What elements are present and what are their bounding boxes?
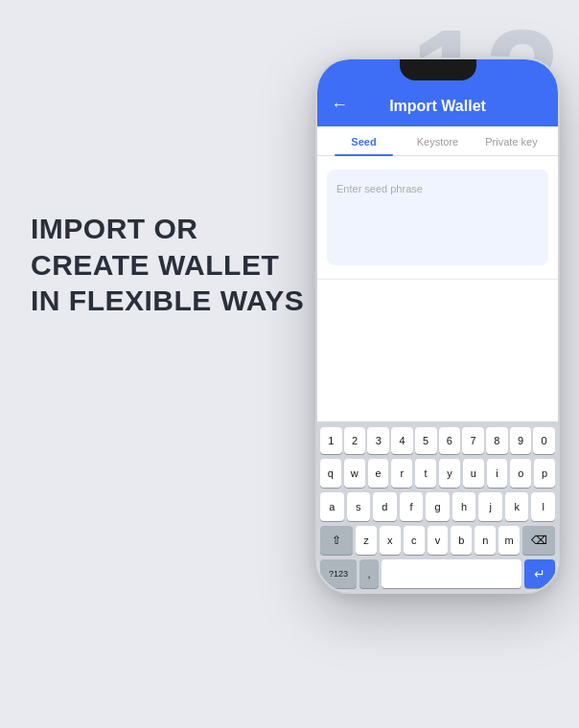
key-5[interactable]: 5	[415, 427, 437, 454]
keyboard-number-row: 1 2 3 4 5 6 7 8 9 0	[320, 427, 555, 454]
key-c[interactable]: c	[404, 526, 425, 555]
key-z[interactable]: z	[356, 526, 377, 555]
key-symbols[interactable]: ?123	[320, 559, 357, 588]
key-g[interactable]: g	[426, 492, 450, 521]
header-title: Import Wallet	[329, 98, 546, 115]
marketing-line3: IN FLEXIBLE WAYS	[31, 283, 304, 319]
key-9[interactable]: 9	[510, 427, 532, 454]
key-p[interactable]: p	[534, 459, 555, 488]
key-t[interactable]: t	[415, 459, 436, 488]
key-8[interactable]: 8	[486, 427, 508, 454]
key-f[interactable]: f	[400, 492, 424, 521]
key-j[interactable]: j	[478, 492, 502, 521]
key-u[interactable]: u	[463, 459, 484, 488]
back-button[interactable]: ←	[331, 95, 348, 115]
key-1[interactable]: 1	[320, 427, 342, 454]
key-b[interactable]: b	[451, 526, 472, 555]
tab-private-key[interactable]: Private key	[475, 126, 548, 155]
phone-screen: ← Import Wallet Seed Keystore Private ke…	[315, 57, 560, 594]
key-l[interactable]: l	[531, 492, 555, 521]
key-y[interactable]: y	[439, 459, 460, 488]
phone-mockup: ← Import Wallet Seed Keystore Private ke…	[315, 57, 560, 613]
keyboard-row3: ⇧ z x c v b n m ⌫	[320, 526, 555, 555]
key-w[interactable]: w	[344, 459, 365, 488]
backspace-key[interactable]: ⌫	[522, 526, 555, 555]
key-h[interactable]: h	[452, 492, 476, 521]
seed-phrase-area[interactable]: Enter seed phrase	[327, 170, 548, 265]
marketing-line2: CREATE WALLET	[31, 247, 304, 284]
key-7[interactable]: 7	[462, 427, 484, 454]
key-e[interactable]: e	[368, 459, 389, 488]
tab-bar: Seed Keystore Private key	[317, 126, 558, 156]
seed-placeholder: Enter seed phrase	[336, 183, 423, 194]
key-2[interactable]: 2	[344, 427, 366, 454]
key-d[interactable]: d	[373, 492, 397, 521]
phone-notch	[400, 59, 476, 80]
key-i[interactable]: i	[487, 459, 508, 488]
key-6[interactable]: 6	[439, 427, 461, 454]
keyboard-bottom-row: ?123 , ↵	[320, 559, 555, 588]
tab-seed[interactable]: Seed	[327, 126, 401, 155]
key-m[interactable]: m	[498, 526, 520, 555]
key-o[interactable]: o	[510, 459, 531, 488]
app-content: Seed Keystore Private key Enter seed phr…	[317, 126, 558, 592]
content-divider	[317, 279, 558, 280]
keyboard-row2: a s d f g h j k l	[320, 492, 555, 521]
key-a[interactable]: a	[320, 492, 344, 521]
key-r[interactable]: r	[391, 459, 412, 488]
key-k[interactable]: k	[505, 492, 529, 521]
key-0[interactable]: 0	[533, 427, 555, 454]
key-comma[interactable]: ,	[359, 559, 379, 588]
key-n[interactable]: n	[475, 526, 496, 555]
key-space[interactable]	[382, 559, 521, 588]
key-x[interactable]: x	[380, 526, 401, 555]
left-marketing-text: IMPORT OR CREATE WALLET IN FLEXIBLE WAYS	[31, 211, 304, 319]
keyboard: 1 2 3 4 5 6 7 8 9 0 q w e r t	[317, 421, 558, 592]
key-s[interactable]: s	[347, 492, 371, 521]
marketing-line1: IMPORT OR	[31, 211, 304, 247]
key-enter[interactable]: ↵	[524, 559, 555, 588]
key-4[interactable]: 4	[391, 427, 413, 454]
key-3[interactable]: 3	[367, 427, 389, 454]
tab-keystore[interactable]: Keystore	[401, 126, 475, 155]
key-v[interactable]: v	[428, 526, 449, 555]
key-q[interactable]: q	[320, 459, 341, 488]
keyboard-row1: q w e r t y u i o p	[320, 459, 555, 488]
shift-key[interactable]: ⇧	[320, 526, 353, 555]
